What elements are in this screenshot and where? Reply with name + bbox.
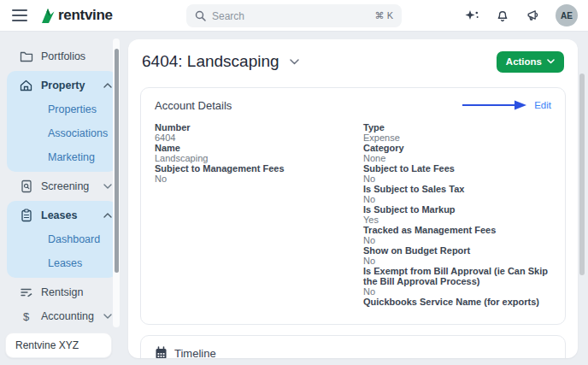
- user-avatar[interactable]: AE: [556, 4, 578, 26]
- actions-button[interactable]: Actions: [497, 51, 564, 73]
- announcements-megaphone-icon[interactable]: [526, 9, 539, 22]
- sidebar-scrollbar[interactable]: [113, 38, 120, 327]
- field-row: Quickbooks Service Name (for exports): [363, 297, 551, 317]
- annotation-arrow-icon: [462, 100, 527, 110]
- field-label: Number: [155, 122, 363, 132]
- notifications-bell-icon[interactable]: [496, 9, 509, 23]
- sidebar-item-label: Leases: [41, 209, 77, 221]
- sidebar-item-label: Property: [41, 79, 85, 91]
- field-label: Tracked as Management Fees: [363, 225, 551, 235]
- field-label: Name: [155, 143, 363, 153]
- field-value: Expense: [363, 132, 551, 143]
- sidebar-item-rentsign[interactable]: Rentsign: [0, 280, 124, 304]
- account-details-card: Account Details Edit: [140, 87, 566, 325]
- field-value: [363, 307, 551, 317]
- content-panel: 6404: Landscaping Actions Account Detail…: [128, 39, 578, 358]
- logo-wordmark: rentvine: [58, 7, 113, 24]
- app-window: rentvine Search ⌘ K AE: [0, 0, 588, 365]
- details-right-column: Type Expense Category None Sub: [363, 122, 551, 317]
- folder-icon: [19, 50, 33, 62]
- sidebar-item-associations[interactable]: Associations: [7, 121, 117, 145]
- sidebar-group-leases: Leases Dashboard Leases: [7, 201, 117, 278]
- field-row: Tracked as Management Fees No: [363, 225, 551, 245]
- field-label: Is Subject to Markup: [363, 204, 551, 215]
- top-header: rentvine Search ⌘ K AE: [0, 0, 588, 32]
- rentvine-logo[interactable]: rentvine: [41, 7, 113, 24]
- field-value: No: [363, 256, 551, 266]
- account-details-title: Account Details: [155, 99, 232, 112]
- field-label: Show on Budget Report: [363, 245, 551, 256]
- field-label: Type: [363, 122, 551, 132]
- search-input[interactable]: Search ⌘ K: [186, 4, 402, 27]
- sidebar-item-accounting[interactable]: $ Accounting: [0, 304, 124, 328]
- main-scrollbar-thumb[interactable]: [579, 74, 585, 275]
- signature-icon: [19, 286, 33, 298]
- field-value: No: [363, 194, 551, 204]
- field-row: Subject to Late Fees No: [363, 163, 551, 184]
- field-row: Is Subject to Markup Yes: [363, 204, 551, 225]
- field-value: Yes: [363, 215, 551, 225]
- title-chevron-down-icon[interactable]: [290, 59, 299, 65]
- search-shortcut-hint: ⌘ K: [375, 10, 393, 21]
- field-label: Category: [363, 143, 551, 153]
- hamburger-menu-icon[interactable]: [12, 9, 27, 21]
- field-value: Landscaping: [155, 153, 363, 163]
- sidebar-item-label: Accounting: [41, 310, 94, 322]
- field-value: No: [363, 174, 551, 184]
- field-value: None: [363, 153, 551, 163]
- field-row: Category None: [363, 143, 551, 163]
- field-label: Quickbooks Service Name (for exports): [363, 297, 551, 307]
- sidebar-item-properties[interactable]: Properties: [7, 97, 117, 121]
- field-row: Is Subject to Sales Tax No: [363, 184, 551, 204]
- document-search-icon: [19, 180, 33, 193]
- sidebar-item-label: Rentsign: [41, 286, 83, 298]
- main-area: 6404: Landscaping Actions Account Detail…: [124, 32, 588, 365]
- sidebar-item-leases[interactable]: Leases: [7, 203, 117, 227]
- sidebar-item-leases-sub[interactable]: Leases: [7, 251, 117, 275]
- timeline-title: Timeline: [174, 347, 216, 359]
- field-value: 6404: [155, 132, 363, 143]
- search-icon: [195, 10, 206, 21]
- sidebar-item-label: Portfolios: [41, 50, 85, 62]
- house-icon: [19, 79, 33, 92]
- field-row: Name Landscaping: [155, 143, 363, 163]
- chevron-up-icon: [103, 213, 112, 218]
- field-row: Subject to Management Fees No: [155, 163, 363, 184]
- sidebar-item-dashboard[interactable]: Dashboard: [7, 227, 117, 251]
- field-row: Show on Budget Report No: [363, 245, 551, 266]
- sidebar: Portfolios Property Properties Associati…: [0, 32, 124, 365]
- field-label: Subject to Management Fees: [155, 163, 363, 174]
- field-label: Is Exempt from Bill Approval (ie Can Ski…: [363, 266, 551, 286]
- dollar-icon: $: [19, 310, 33, 323]
- search-placeholder: Search: [212, 10, 369, 22]
- field-row: Is Exempt from Bill Approval (ie Can Ski…: [363, 266, 551, 297]
- sidebar-item-marketing[interactable]: Marketing: [7, 145, 117, 169]
- page-title: 6404: Landscaping: [142, 52, 279, 71]
- field-label: Is Subject to Sales Tax: [363, 184, 551, 194]
- clipboard-icon: [19, 209, 33, 222]
- chevron-down-icon: [103, 184, 112, 189]
- edit-link[interactable]: Edit: [534, 100, 551, 110]
- sidebar-item-label: Screening: [41, 180, 89, 192]
- timeline-card: Timeline: [140, 335, 566, 358]
- ai-sparkle-icon[interactable]: [465, 9, 479, 22]
- sidebar-item-portfolios[interactable]: Portfolios: [0, 44, 124, 68]
- calendar-icon: [155, 346, 168, 358]
- field-value: No: [363, 286, 551, 297]
- field-value: No: [363, 235, 551, 245]
- organization-switcher[interactable]: Rentvine XYZ: [5, 333, 112, 358]
- field-label: Subject to Late Fees: [363, 163, 551, 174]
- field-row: Number 6404: [155, 122, 363, 143]
- sidebar-item-property[interactable]: Property: [7, 74, 117, 97]
- sidebar-scrollbar-thumb[interactable]: [115, 49, 119, 273]
- field-row: Type Expense: [363, 122, 551, 143]
- field-value: No: [155, 174, 363, 184]
- sidebar-group-property: Property Properties Associations Marketi…: [7, 71, 117, 172]
- sidebar-item-screening[interactable]: Screening: [0, 174, 124, 198]
- details-left-column: Number 6404 Name Landscaping S: [155, 122, 363, 317]
- chevron-up-icon: [103, 83, 112, 88]
- rentvine-logo-mark-icon: [41, 8, 55, 24]
- chevron-down-icon: [103, 314, 112, 319]
